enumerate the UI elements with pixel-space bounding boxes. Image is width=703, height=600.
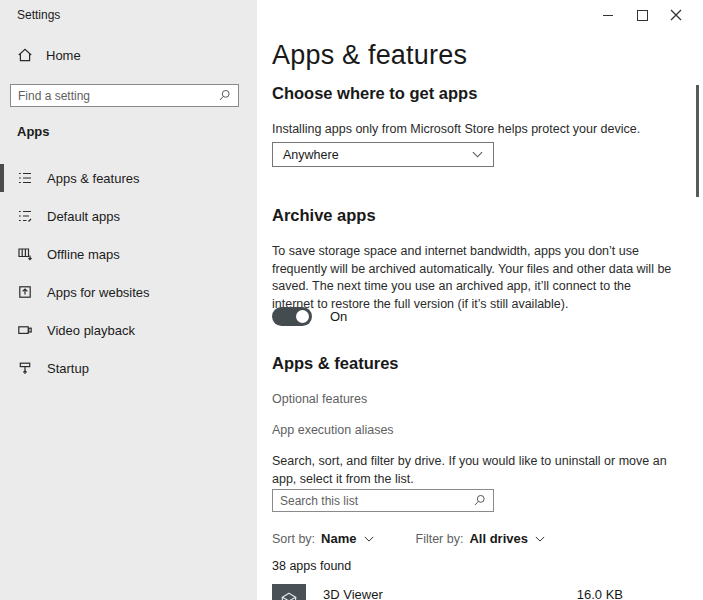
sidebar-item-label: Apps for websites <box>47 285 150 300</box>
apps-features-heading: Apps & features <box>272 354 399 373</box>
apps-features-description: Search, sort, and filter by drive. If yo… <box>272 453 676 488</box>
sort-by-label: Sort by: <box>272 532 315 546</box>
optional-features-link[interactable]: Optional features <box>272 392 367 406</box>
main-content: Apps & features Choose where to get apps… <box>257 0 703 600</box>
filter-by-control[interactable]: Filter by: All drives <box>416 531 545 546</box>
sort-filter-row: Sort by: Name Filter by: All drives <box>272 531 545 546</box>
sidebar: Settings Home Apps Apps & features <box>0 0 257 600</box>
settings-window: Settings Home Apps Apps & features <box>0 0 703 600</box>
filter-by-label: Filter by: <box>416 532 464 546</box>
apps-found-count: 38 apps found <box>272 559 351 573</box>
archive-toggle-row: On <box>272 307 347 326</box>
find-a-setting-searchbox[interactable] <box>10 84 239 107</box>
window-controls <box>591 6 693 24</box>
sidebar-item-home[interactable]: Home <box>17 47 81 63</box>
sidebar-item-startup[interactable]: Startup <box>0 349 257 387</box>
search-icon <box>473 494 486 507</box>
archive-apps-heading: Archive apps <box>272 206 376 225</box>
home-label: Home <box>46 48 81 63</box>
window-title: Settings <box>17 8 60 22</box>
sidebar-item-apps-for-websites[interactable]: Apps for websites <box>0 273 257 311</box>
default-apps-icon <box>17 208 33 224</box>
filter-by-value: All drives <box>469 531 528 546</box>
offline-maps-icon <box>17 246 33 262</box>
chevron-down-icon <box>535 536 545 542</box>
chevron-down-icon <box>364 536 374 542</box>
dropdown-value: Anywhere <box>283 148 339 162</box>
close-button[interactable] <box>659 6 693 24</box>
page-title: Apps & features <box>272 40 467 71</box>
3d-viewer-icon <box>272 584 306 600</box>
search-icon <box>218 89 231 102</box>
sort-by-control[interactable]: Sort by: Name <box>272 531 374 546</box>
video-playback-icon <box>17 322 33 338</box>
app-list-item[interactable]: 3D Viewer 16.0 KB <box>272 584 623 600</box>
sidebar-nav: Apps & features Default apps Offline map… <box>0 159 257 387</box>
app-execution-aliases-link[interactable]: App execution aliases <box>272 423 394 437</box>
app-name: 3D Viewer <box>323 587 383 600</box>
close-icon <box>670 9 682 21</box>
sidebar-section-label: Apps <box>17 124 50 139</box>
app-size: 16.0 KB <box>577 587 623 600</box>
minimize-button[interactable] <box>591 6 625 24</box>
sidebar-item-default-apps[interactable]: Default apps <box>0 197 257 235</box>
archive-apps-description: To save storage space and internet bandw… <box>272 243 676 313</box>
search-this-list-box[interactable] <box>272 489 494 512</box>
search-input[interactable] <box>18 89 218 103</box>
chevron-down-icon <box>472 151 483 158</box>
get-apps-description: Installing apps only from Microsoft Stor… <box>272 121 682 139</box>
archive-apps-toggle[interactable] <box>272 307 312 326</box>
apps-for-websites-icon <box>17 284 33 300</box>
sidebar-item-label: Offline maps <box>47 247 120 262</box>
sidebar-item-label: Default apps <box>47 209 120 224</box>
home-icon <box>17 47 33 63</box>
vertical-scrollbar[interactable] <box>696 85 699 197</box>
sidebar-item-label: Apps & features <box>47 171 140 186</box>
sidebar-item-apps-features[interactable]: Apps & features <box>0 159 257 197</box>
sort-by-value: Name <box>321 531 356 546</box>
toggle-knob <box>296 310 309 323</box>
sidebar-item-label: Video playback <box>47 323 135 338</box>
sidebar-item-video-playback[interactable]: Video playback <box>0 311 257 349</box>
apps-features-icon <box>17 170 33 186</box>
get-apps-dropdown[interactable]: Anywhere <box>272 142 494 167</box>
sidebar-item-offline-maps[interactable]: Offline maps <box>0 235 257 273</box>
minimize-icon <box>603 15 613 16</box>
list-search-input[interactable] <box>280 494 473 508</box>
toggle-state-label: On <box>330 309 347 324</box>
maximize-button[interactable] <box>625 6 659 24</box>
get-apps-heading: Choose where to get apps <box>272 84 477 103</box>
startup-icon <box>17 360 33 376</box>
maximize-icon <box>637 10 648 21</box>
sidebar-item-label: Startup <box>47 361 89 376</box>
